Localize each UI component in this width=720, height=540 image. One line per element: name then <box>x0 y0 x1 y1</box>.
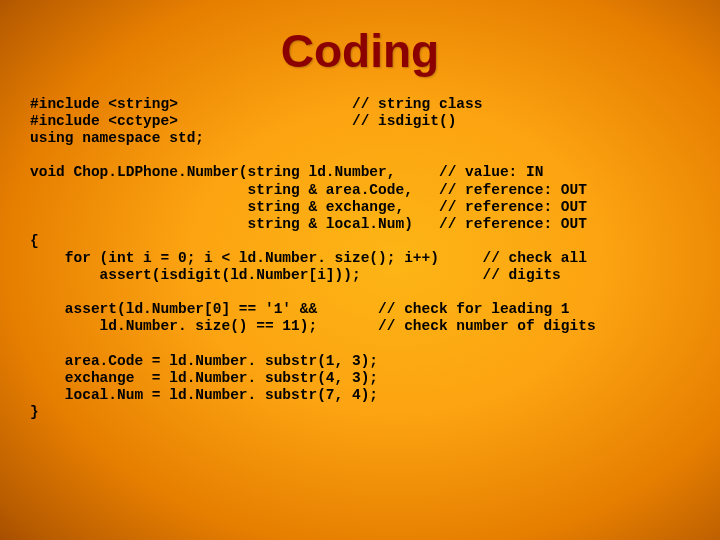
slide: Coding #include <string> // string class… <box>0 0 720 540</box>
code-block: #include <string> // string class #inclu… <box>30 96 690 421</box>
slide-title: Coding <box>30 24 690 78</box>
